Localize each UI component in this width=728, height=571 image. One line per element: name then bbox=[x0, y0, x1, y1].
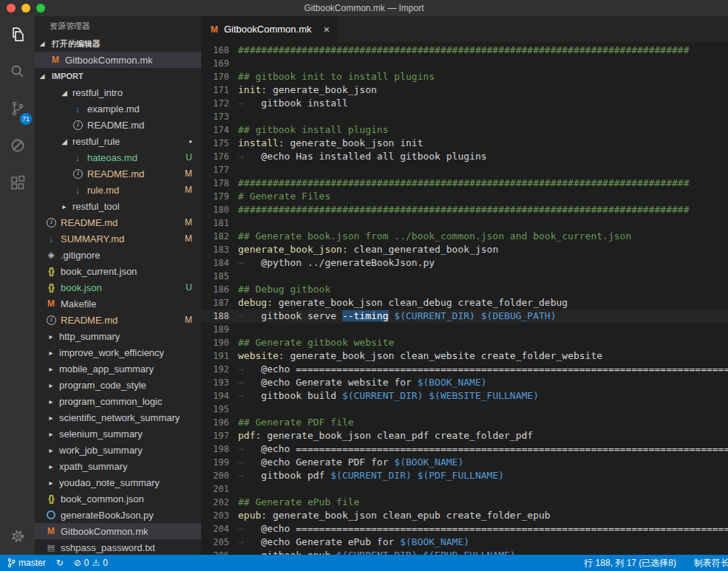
code-line-202[interactable]: 202## Generate ePub file bbox=[201, 496, 728, 509]
code-line-170[interactable]: 170## gitbook init to install plugins bbox=[201, 70, 728, 83]
open-editors-header[interactable]: ◢ 打开的编辑器 bbox=[35, 35, 201, 52]
extensions-icon[interactable] bbox=[0, 164, 35, 201]
code-line-193[interactable]: 193→ @echo Generate website for $(BOOK_N… bbox=[201, 376, 728, 389]
tree-item-hateoas-md[interactable]: ↓hateoas.mdU bbox=[35, 149, 201, 165]
code-line-182[interactable]: 182## Generate book.json from ../book_co… bbox=[201, 230, 728, 243]
line-content: → @echo Generate ePub for $(BOOK_NAME) bbox=[229, 536, 469, 549]
code-line-204[interactable]: 204→ @echo =============================… bbox=[201, 522, 728, 536]
line-content: # Generate Files bbox=[229, 190, 330, 203]
code-line-180[interactable]: 180#####################################… bbox=[201, 203, 728, 216]
tree-item-work-job-summary[interactable]: ▸work_job_summary bbox=[35, 442, 201, 458]
line-number: 199 bbox=[201, 456, 229, 469]
tree-item-xpath-summary[interactable]: ▸xpath_summary bbox=[35, 458, 201, 474]
title-bar: GitbookCommon.mk — Import bbox=[0, 0, 728, 16]
folder-section-header[interactable]: ◢ IMPORT bbox=[35, 68, 201, 84]
code-line-187[interactable]: 187debug: generate_book_json clean_debug… bbox=[201, 296, 728, 310]
code-line-191[interactable]: 191website: generate_book_json clean_web… bbox=[201, 349, 728, 363]
twistie-collapsed-icon: ▸ bbox=[45, 446, 57, 454]
problems-indicator[interactable]: ⊘ 0 ⚠ 0 bbox=[74, 558, 108, 568]
code-line-198[interactable]: 198→ @echo =============================… bbox=[201, 442, 728, 456]
line-number: 190 bbox=[201, 336, 229, 349]
code-line-199[interactable]: 199→ @echo Generate PDF for $(BOOK_NAME) bbox=[201, 456, 728, 469]
tree-item-program-code-style[interactable]: ▸program_code_style bbox=[35, 377, 201, 393]
tree-item-restful-tool[interactable]: ▸restful_tool bbox=[35, 198, 201, 214]
tree-item-http-summary[interactable]: ▸http_summary bbox=[35, 328, 201, 344]
tree-item-restful-intro[interactable]: ◢restful_intro bbox=[35, 84, 201, 100]
code-line-177[interactable]: 177 bbox=[201, 163, 728, 177]
tree-item-program-common-logic[interactable]: ▸program_common_logic bbox=[35, 393, 201, 409]
code-line-201[interactable]: 201 bbox=[201, 482, 728, 496]
tree-item-readme-md[interactable]: iREADME.mdM bbox=[35, 214, 201, 230]
tree-item-book-json[interactable]: {}book.jsonU bbox=[35, 279, 201, 295]
code-line-175[interactable]: 175install: generate_book_json init bbox=[201, 137, 728, 150]
tree-item-scientific-network-summary[interactable]: ▸scientific_network_summary bbox=[35, 409, 201, 425]
source-control-icon[interactable]: 71 bbox=[0, 90, 35, 127]
code-line-203[interactable]: 203epub: generate_book_json clean_epub c… bbox=[201, 509, 728, 522]
code-line-174[interactable]: 174## gitbook install plugins bbox=[201, 123, 728, 137]
open-editor-item[interactable]: MGitbookCommon.mk bbox=[35, 52, 201, 68]
indentation-indicator[interactable]: 制表符长度: 4 bbox=[694, 557, 728, 570]
activity-bar: 71 bbox=[0, 16, 35, 555]
code-line-176[interactable]: 176→ @echo Has installed all gitbook plu… bbox=[201, 150, 728, 163]
tree-item-improve-work-efficiency[interactable]: ▸improve_work_efficiency bbox=[35, 344, 201, 360]
code-line-181[interactable]: 181 bbox=[201, 216, 728, 230]
code-line-179[interactable]: 179# Generate Files bbox=[201, 190, 728, 203]
code-line-190[interactable]: 190## Generate gitbook website bbox=[201, 336, 728, 349]
tree-item-book-current-json[interactable]: {}book_current.json bbox=[35, 263, 201, 279]
file-label: restful_rule bbox=[72, 136, 120, 147]
tree-item--gitignore[interactable]: ◈.gitignore bbox=[35, 247, 201, 263]
code-line-195[interactable]: 195 bbox=[201, 403, 728, 416]
code-line-171[interactable]: 171init: generate_book_json bbox=[201, 83, 728, 97]
tree-item-book-common-json[interactable]: {}book_common.json bbox=[35, 490, 201, 507]
code-line-197[interactable]: 197pdf: generate_book_json clean_pdf cre… bbox=[201, 429, 728, 442]
tree-item-gitbookcommon-mk[interactable]: MGitbookCommon.mk bbox=[35, 523, 201, 539]
line-content: ########################################… bbox=[229, 44, 689, 57]
tree-item-readme-md[interactable]: iREADME.mdM bbox=[35, 165, 201, 182]
tree-item-generatebookjson-py[interactable]: generateBookJson.py bbox=[35, 507, 201, 523]
search-icon[interactable] bbox=[0, 53, 35, 90]
tree-item-makefile[interactable]: MMakefile bbox=[35, 295, 201, 312]
tab-close-icon[interactable]: × bbox=[323, 23, 330, 35]
settings-gear-icon[interactable] bbox=[0, 518, 35, 555]
tree-item-readme-md[interactable]: iREADME.md bbox=[35, 117, 201, 133]
code-editor[interactable]: 168#####################################… bbox=[201, 42, 728, 555]
git-branch-indicator[interactable]: master bbox=[7, 558, 46, 568]
twistie-collapsed-icon: ▸ bbox=[58, 202, 70, 211]
code-line-206[interactable]: 206→ gitbook epub $(CURRENT_DIR) $(EPUB_… bbox=[201, 549, 728, 555]
tree-item-restful-rule[interactable]: ◢restful_rule● bbox=[35, 133, 201, 149]
code-line-172[interactable]: 172→ gitbook install bbox=[201, 97, 728, 110]
git-status-badge: M bbox=[185, 217, 192, 228]
code-line-183[interactable]: 183generate_book_json: clean_generated_b… bbox=[201, 243, 728, 256]
code-line-189[interactable]: 189 bbox=[201, 323, 728, 336]
tree-item-summary-md[interactable]: ↓SUMMARY.mdM bbox=[35, 230, 201, 247]
code-token: ########################################… bbox=[238, 204, 689, 215]
tree-item-readme-md[interactable]: iREADME.mdM bbox=[35, 312, 201, 328]
code-line-178[interactable]: 178#####################################… bbox=[201, 177, 728, 190]
code-line-169[interactable]: 169 bbox=[201, 57, 728, 70]
tree-item-sshpass-password-txt[interactable]: ▤sshpass_password.txt bbox=[35, 539, 201, 555]
code-line-200[interactable]: 200→ gitbook pdf $(CURRENT_DIR) $(PDF_FU… bbox=[201, 469, 728, 482]
code-line-186[interactable]: 186## Debug gitbook bbox=[201, 283, 728, 296]
code-line-196[interactable]: 196## Generate PDF file bbox=[201, 416, 728, 429]
vscode-window: GitbookCommon.mk — Import 71 bbox=[0, 0, 728, 571]
code-line-168[interactable]: 168#####################################… bbox=[201, 44, 728, 57]
cursor-position-indicator[interactable]: 行 188, 列 17 (已选择8) bbox=[584, 557, 676, 570]
code-line-188[interactable]: 188→ gitbook serve --timing $(CURRENT_DI… bbox=[201, 310, 728, 323]
tab-gitbookcommon-mk[interactable]: M GitbookCommon.mk × bbox=[201, 16, 337, 42]
code-line-185[interactable]: 185 bbox=[201, 270, 728, 283]
debug-icon[interactable] bbox=[0, 127, 35, 164]
tree-item-rule-md[interactable]: ↓rule.mdM bbox=[35, 182, 201, 198]
code-token: → bbox=[238, 550, 261, 555]
code-line-184[interactable]: 184→ @python ../generateBookJson.py bbox=[201, 256, 728, 270]
code-line-173[interactable]: 173 bbox=[201, 110, 728, 123]
tree-item-selenium-summary[interactable]: ▸selenium_summary bbox=[35, 425, 201, 442]
tree-item-example-md[interactable]: ↓example.md bbox=[35, 100, 201, 117]
code-line-205[interactable]: 205→ @echo Generate ePub for $(BOOK_NAME… bbox=[201, 536, 728, 549]
tree-item-mobile-app-summary[interactable]: ▸mobile_app_summary bbox=[35, 360, 201, 377]
tree-item-youdao-note-summary[interactable]: ▸youdao_note_summary bbox=[35, 474, 201, 490]
code-token: ## Generate book.json from ../book_commo… bbox=[238, 230, 631, 242]
explorer-icon[interactable] bbox=[0, 16, 35, 53]
code-line-192[interactable]: 192→ @echo =============================… bbox=[201, 363, 728, 376]
code-line-194[interactable]: 194→ gitbook build $(CURRENT_DIR) $(WEBS… bbox=[201, 389, 728, 403]
sync-button[interactable]: ↻ bbox=[56, 558, 64, 567]
